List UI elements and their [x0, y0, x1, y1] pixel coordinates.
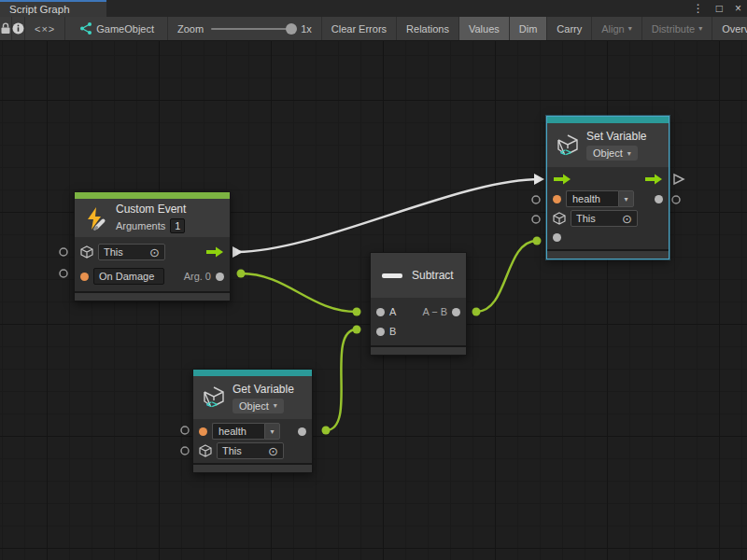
node-header[interactable]: <> Set Variable Object ▾ — [547, 123, 669, 167]
graph-target-label: GameObject — [96, 23, 154, 35]
node-footer[interactable] — [547, 249, 669, 259]
target-picker-icon[interactable]: ⊙ — [268, 445, 278, 457]
info-button[interactable] — [12, 17, 25, 40]
node-header[interactable]: Subtract — [371, 253, 466, 298]
zoom-slider-knob[interactable] — [286, 23, 297, 35]
control-output-port[interactable] — [205, 246, 224, 258]
relations-button[interactable]: Relations — [397, 17, 459, 40]
target-self-field[interactable]: This ⊙ — [217, 442, 284, 459]
wire-endpoint[interactable] — [472, 308, 481, 316]
wire-endpoint[interactable] — [237, 270, 246, 278]
node-title: Get Variable — [233, 383, 294, 396]
input-b-label: B — [389, 326, 396, 337]
node-footer[interactable] — [193, 463, 312, 472]
control-out-arrow[interactable] — [233, 246, 243, 258]
cube-icon — [80, 245, 93, 259]
set-variable-node[interactable]: <> Set Variable Object ▾ — [546, 116, 669, 259]
overview-label: Overv — [722, 23, 747, 35]
unconnected-port-circle[interactable] — [181, 447, 189, 455]
event-port[interactable] — [80, 273, 89, 281]
target-self-field[interactable]: This ⊙ — [571, 210, 638, 227]
value-output-port[interactable] — [298, 427, 306, 436]
unconnected-port-circle[interactable] — [60, 270, 67, 277]
dim-toggle[interactable]: Dim — [510, 17, 548, 40]
node-body: health ▾ This ⊙ — [193, 419, 312, 463]
carry-toggle[interactable]: Carry — [547, 17, 592, 40]
window-controls: ⋮ □ × — [693, 0, 741, 17]
control-input-port[interactable] — [553, 174, 571, 185]
value-output-port[interactable] — [655, 195, 663, 203]
chevron-down-icon: ▾ — [274, 401, 277, 410]
value-input-port[interactable] — [553, 233, 561, 242]
wire-subtract-to-setvar[interactable] — [476, 241, 537, 312]
distribute-dropdown[interactable]: Distribute ▾ — [642, 17, 712, 40]
node-body: health ▾ This ⊙ — [547, 167, 669, 249]
maximize-icon[interactable]: □ — [716, 0, 723, 17]
variable-name-port[interactable] — [553, 195, 561, 203]
values-toggle[interactable]: Values — [459, 17, 510, 40]
variable-scope-dropdown[interactable]: Object ▾ — [233, 399, 284, 413]
clear-errors-label: Clear Errors — [331, 23, 387, 35]
unconnected-port-circle[interactable] — [532, 196, 540, 203]
variable-name-dropdown[interactable]: health ▾ — [566, 190, 634, 207]
wire-endpoint[interactable] — [533, 237, 542, 245]
menu-dots-icon[interactable]: ⋮ — [693, 0, 704, 17]
dim-label: Dim — [519, 23, 538, 35]
unconnected-port-circle[interactable] — [60, 248, 67, 256]
unconnected-port-triangle[interactable] — [674, 175, 684, 184]
wire-getvar-to-subtract-b[interactable] — [326, 329, 357, 430]
cube-icon — [199, 444, 212, 457]
target-value: This — [222, 445, 242, 456]
unconnected-port-circle[interactable] — [672, 196, 680, 203]
node-body: This ⊙ On Damage Arg. 0 — [75, 237, 230, 291]
wire-endpoint[interactable] — [353, 308, 361, 316]
result-output-port[interactable] — [452, 308, 460, 316]
control-in-arrow[interactable] — [534, 174, 544, 185]
overview-button[interactable]: Overv — [712, 17, 747, 40]
cube-icon — [553, 212, 566, 225]
get-variable-node[interactable]: <> Get Variable Object ▾ health ▾ — [192, 369, 313, 473]
variable-name-dropdown[interactable]: health ▾ — [212, 423, 280, 440]
target-picker-icon[interactable]: ⊙ — [622, 213, 632, 225]
wire-endpoint[interactable] — [322, 427, 331, 435]
custom-event-node[interactable]: Custom Event Arguments 1 This ⊙ — [74, 191, 231, 301]
node-header[interactable]: <> Get Variable Object ▾ — [193, 376, 312, 419]
tab-script-graph[interactable]: Script Graph — [0, 0, 106, 17]
lock-button[interactable] — [0, 17, 12, 40]
unconnected-port-circle[interactable] — [181, 427, 189, 434]
info-icon — [12, 22, 24, 35]
align-label: Align — [601, 23, 624, 35]
control-output-port[interactable] — [644, 174, 663, 185]
node-title: Custom Event — [116, 203, 186, 216]
svg-text:<>: <> — [560, 147, 571, 157]
target-self-field[interactable]: This ⊙ — [98, 244, 165, 260]
edit-graph-button[interactable]: <×> — [25, 17, 65, 40]
variable-name-port[interactable] — [199, 427, 207, 436]
unconnected-port-circle[interactable] — [532, 216, 540, 223]
relations-label: Relations — [406, 23, 449, 35]
align-dropdown[interactable]: Align ▾ — [592, 17, 641, 40]
node-header[interactable]: Custom Event Arguments 1 — [75, 199, 230, 237]
close-icon[interactable]: × — [735, 0, 741, 17]
carry-label: Carry — [557, 23, 582, 35]
node-footer[interactable] — [75, 291, 230, 301]
input-b-port[interactable] — [376, 328, 385, 336]
tab-bar: Script Graph ⋮ □ × — [0, 0, 747, 17]
variable-scope-dropdown[interactable]: Object ▾ — [586, 146, 638, 161]
event-name-field[interactable]: On Damage — [93, 268, 164, 285]
target-picker-icon[interactable]: ⊙ — [149, 246, 160, 259]
output-label: A − B — [422, 306, 447, 317]
target-value: This — [576, 213, 596, 224]
arguments-count-field[interactable]: 1 — [170, 218, 185, 233]
subtract-node[interactable]: Subtract A A − B B — [370, 252, 467, 356]
wire-control-white[interactable] — [236, 179, 540, 252]
input-a-port[interactable] — [376, 308, 385, 316]
arg0-output-port[interactable] — [216, 273, 224, 281]
graph-target-button[interactable]: GameObject — [65, 17, 168, 40]
clear-errors-button[interactable]: Clear Errors — [322, 17, 397, 40]
node-footer[interactable] — [371, 345, 466, 355]
wire-arg0-to-subtract-a[interactable] — [241, 273, 357, 312]
zoom-slider[interactable] — [211, 28, 293, 30]
wire-endpoint[interactable] — [353, 326, 361, 334]
graph-canvas[interactable]: Custom Event Arguments 1 This ⊙ — [0, 41, 747, 560]
